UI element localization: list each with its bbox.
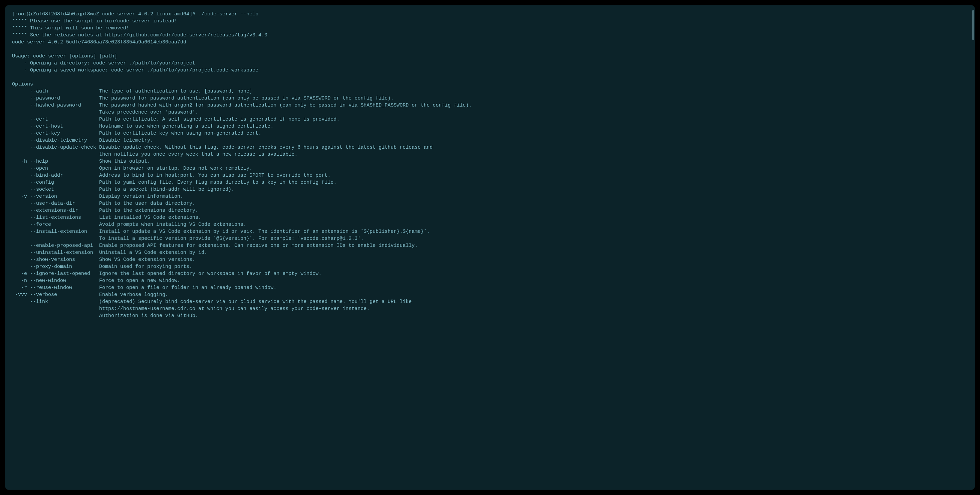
option-row: --cert-host Hostname to use when generat… [12,123,968,130]
option-row: --link (deprecated) Securely bind code-s… [12,298,968,305]
prompt-user-host: root@iZuf68f268fd4h0zqpf3wcZ [15,11,99,17]
option-row: --open Open in browser on startup. Does … [12,165,968,172]
blank-line [12,74,968,81]
option-row: --extensions-dir Path to the extensions … [12,207,968,214]
option-row: --install-extension Install or update a … [12,228,968,235]
prompt-line: [root@iZuf68f268fd4h0zqpf3wcZ code-serve… [12,11,968,18]
option-row: --disable-telemetry Disable telemetry. [12,137,968,144]
option-row: --hashed-password The password hashed wi… [12,102,968,109]
command-text: ./code-server --help [198,11,258,17]
option-row: --bind-addr Address to bind to in host:p… [12,172,968,179]
option-row-continuation: then notifies you once every week that a… [12,151,968,158]
option-row: --disable-update-check Disable update ch… [12,144,968,151]
option-row: --list-extensions List installed VS Code… [12,214,968,221]
usage-example-1: - Opening a saved workspace: code-server… [12,67,968,74]
option-row: -v --version Display version information… [12,193,968,200]
prompt-open-bracket: [ [12,11,15,17]
option-row: -n --new-window Force to open a new wind… [12,277,968,284]
option-row: -h --help Show this output. [12,158,968,165]
option-row: --enable-proposed-api Enable proposed AP… [12,242,968,249]
option-row: -e --ignore-last-opened Ignore the last … [12,270,968,277]
options-list: --auth The type of authentication to use… [12,88,968,319]
option-row-continuation: Takes precedence over 'password'. [12,109,968,116]
prompt-close-bracket: ] [189,11,192,17]
version-line: code-server 4.0.2 5cdfe74686aa73e023f835… [12,39,968,46]
option-row-continuation: https://hostname-username.cdr.co at whic… [12,305,968,312]
option-row: --cert Path to certificate. A self signe… [12,116,968,123]
option-row: -r --reuse-window Force to open a file o… [12,284,968,291]
option-row: --password The password for password aut… [12,95,968,102]
options-heading: Options [12,81,968,88]
prompt-cwd: code-server-4.0.2-linux-amd64 [102,11,189,17]
option-row: -vvv --verbose Enable verbose logging. [12,291,968,298]
blank-line [12,46,968,53]
option-row: --auth The type of authentication to use… [12,88,968,95]
warning-line-1: ***** This script will soon be removed! [12,25,968,32]
option-row: --proxy-domain Domain used for proxying … [12,263,968,270]
scrollbar-thumb[interactable] [972,10,974,40]
terminal-window[interactable]: [root@iZuf68f268fd4h0zqpf3wcZ code-serve… [5,5,975,490]
warning-line-0: ***** Please use the script in bin/code-… [12,18,968,25]
usage-example-0: - Opening a directory: code-server ./pat… [12,60,968,67]
option-row: --socket Path to a socket (bind-addr wil… [12,186,968,193]
prompt-symbol: # [192,11,195,17]
option-row: --uninstall-extension Uninstall a VS Cod… [12,249,968,256]
option-row: --cert-key Path to certificate key when … [12,130,968,137]
option-row: --config Path to yaml config file. Every… [12,179,968,186]
option-row: --user-data-dir Path to the user data di… [12,200,968,207]
option-row: --force Avoid prompts when installing VS… [12,221,968,228]
option-row: --show-versions Show VS Code extension v… [12,256,968,263]
usage-heading: Usage: code-server [options] [path] [12,53,968,60]
warning-line-2: ***** See the release notes at https://g… [12,32,968,39]
option-row-continuation: To install a specific version provide `@… [12,235,968,242]
option-row-continuation: Authorization is done via GitHub. [12,312,968,319]
